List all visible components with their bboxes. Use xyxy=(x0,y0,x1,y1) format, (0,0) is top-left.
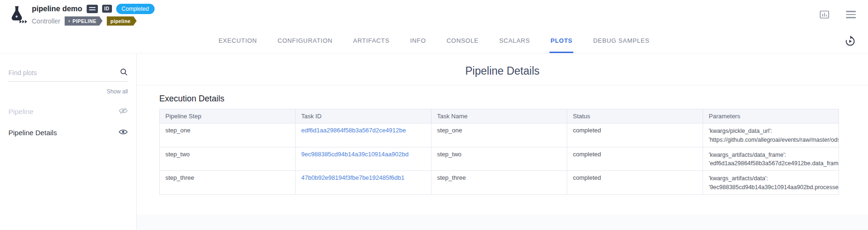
search-input[interactable] xyxy=(8,69,119,77)
column-header-status: Status xyxy=(567,109,703,123)
tab-plots[interactable]: PLOTS xyxy=(549,29,573,53)
table-row: step_three 47b0b92e98194f3fbe7be192485f6… xyxy=(160,171,839,195)
task-title: pipeline demo xyxy=(32,5,82,13)
column-header-parameters: Parameters xyxy=(703,109,839,123)
cell-status: completed xyxy=(567,171,703,195)
top-header: pipeline demo ID Completed Controller ›P… xyxy=(0,0,868,29)
chevron-right-icon: › xyxy=(68,18,70,23)
cell-task-name: step_one xyxy=(431,123,567,147)
tag-pipeline: ›PIPELINE xyxy=(65,16,103,26)
plots-sidebar: Show all Pipeline Pipeline Details xyxy=(0,54,137,230)
task-id-link[interactable]: 47b0b92e98194f3fbe7be192485f6db1 xyxy=(301,174,405,181)
app-window: pipeline demo ID Completed Controller ›P… xyxy=(0,0,868,230)
cell-status: completed xyxy=(567,147,703,171)
cell-pipeline-step: step_three xyxy=(160,171,296,195)
cell-pipeline-step: step_one xyxy=(160,123,296,147)
eye-icon[interactable] xyxy=(119,128,128,137)
table-section-title: Execution Details xyxy=(159,94,868,104)
task-id-link[interactable]: edf6d1aa29864f58b3a567d2ce4912be xyxy=(301,127,406,134)
search-icon xyxy=(119,68,128,78)
cell-task-name: step_three xyxy=(431,171,567,195)
auto-refresh-icon[interactable] xyxy=(845,36,856,47)
plot-card: Pipeline Details Execution Details Pipel… xyxy=(137,54,868,215)
tab-artifacts[interactable]: ARTIFACTS xyxy=(352,29,391,53)
tab-execution[interactable]: EXECUTION xyxy=(217,29,258,53)
table-header-row: Pipeline Step Task ID Task Name Status P… xyxy=(160,109,839,123)
task-type-label: Controller xyxy=(32,17,60,25)
content-area: Show all Pipeline Pipeline Details xyxy=(0,54,868,230)
plot-search xyxy=(8,68,128,82)
clearml-flask-icon xyxy=(6,3,28,26)
console-output-icon[interactable] xyxy=(87,5,98,13)
cell-parameters: 'kwargs_artifacts/data': '9ec988385cd94b… xyxy=(703,171,839,195)
tab-info[interactable]: INFO xyxy=(409,29,427,53)
sidebar-item-label: Pipeline xyxy=(8,107,33,115)
plot-title: Pipeline Details xyxy=(137,65,868,77)
cell-task-id: 9ec988385cd94b14a39c10914aa902bd xyxy=(296,147,431,171)
show-all-link[interactable]: Show all xyxy=(8,88,128,95)
column-header-pipeline-step: Pipeline Step xyxy=(160,109,296,123)
task-id-link[interactable]: 9ec988385cd94b14a39c10914aa902bd xyxy=(301,151,408,158)
cell-task-id: 47b0b92e98194f3fbe7be192485f6db1 xyxy=(296,171,431,195)
tab-configuration[interactable]: CONFIGURATION xyxy=(277,29,334,53)
column-header-task-name: Task Name xyxy=(431,109,567,123)
sidebar-item-pipeline[interactable]: Pipeline xyxy=(8,107,128,116)
hamburger-menu-icon[interactable] xyxy=(846,11,856,18)
cell-task-name: step_two xyxy=(431,147,567,171)
cell-parameters: 'kwargs/pickle_data_url': 'https://githu… xyxy=(703,123,839,147)
column-header-task-id: Task ID xyxy=(296,109,431,123)
cell-parameters: 'kwargs_artifacts/data_frame': 'edf6d1aa… xyxy=(703,147,839,171)
cell-task-id: edf6d1aa29864f58b3a567d2ce4912be xyxy=(296,123,431,147)
task-title-block: pipeline demo ID Completed Controller ›P… xyxy=(32,4,155,26)
table-row: step_two 9ec988385cd94b14a39c10914aa902b… xyxy=(160,147,839,171)
sidebar-item-label: Pipeline Details xyxy=(8,129,57,137)
cell-pipeline-step: step_two xyxy=(160,147,296,171)
cell-status: completed xyxy=(567,123,703,147)
tab-scalars[interactable]: SCALARS xyxy=(498,29,531,53)
eye-off-icon[interactable] xyxy=(119,107,128,116)
sidebar-item-pipeline-details[interactable]: Pipeline Details xyxy=(8,128,128,137)
task-id-badge[interactable]: ID xyxy=(102,5,112,13)
plot-main-area: Pipeline Details Execution Details Pipel… xyxy=(137,54,868,230)
tab-debug-samples[interactable]: DEBUG SAMPLES xyxy=(592,29,650,53)
status-badge: Completed xyxy=(116,4,155,14)
tag-pipeline-project: pipeline xyxy=(107,16,137,26)
execution-details-table: Pipeline Step Task ID Task Name Status P… xyxy=(159,109,839,195)
table-row: step_one edf6d1aa29864f58b3a567d2ce4912b… xyxy=(160,123,839,147)
tab-bar: EXECUTION CONFIGURATION ARTIFACTS INFO C… xyxy=(0,29,868,54)
tab-console[interactable]: CONSOLE xyxy=(445,29,479,53)
details-panel-icon[interactable] xyxy=(819,9,830,20)
